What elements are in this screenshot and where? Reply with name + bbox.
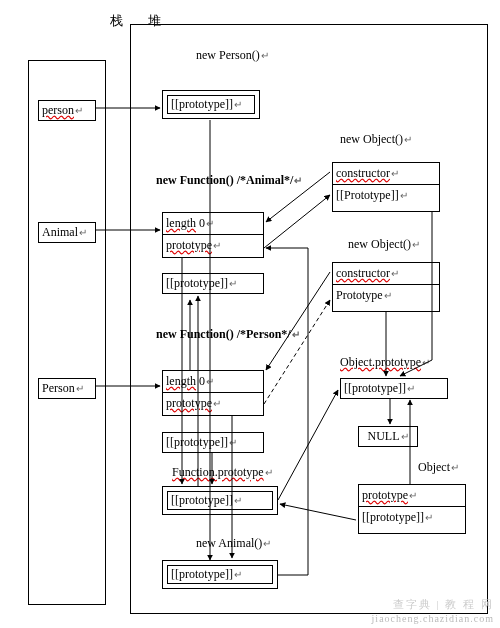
function-prototype-inner: [[prototype]] [167,491,273,510]
person-length: length 0 [163,371,263,393]
animal-func-box: length 0 prototype [162,212,264,258]
new-object-2-heading: new Object() [348,237,420,252]
obj1-constructor: constructor [333,163,439,185]
null-box: NULL [358,426,418,447]
animal-internal-proto: [[prototype]] [162,273,264,294]
function-prototype-box: [[prototype]] [162,486,278,515]
new-animal-heading: new Animal() [196,536,271,551]
new-object-1-heading: new Object() [340,132,412,147]
obj1-proto: [[Prototype]] [333,185,439,206]
animal-prototype-prop: prototype [163,235,263,256]
object-heading: Object [418,460,459,475]
new-object-1-box: constructor [[Prototype]] [332,162,440,212]
animal-length: length 0 [163,213,263,235]
stack-label: 栈 [110,12,123,30]
new-animal-box: [[prototype]] [162,560,278,589]
object-internal-proto: [[prototype]] [359,507,465,528]
person-instance-proto: [[prototype]] [167,95,255,114]
new-func-person-heading: new Function() /*Person*/ [156,327,300,342]
stack-column [28,60,106,605]
new-func-animal-heading: new Function() /*Animal*/ [156,173,302,188]
object-prototype-heading: Object.prototype [340,355,430,370]
watermark-line1: 查字典 | 教 程 网 [393,597,494,612]
stack-var-animal: Animal [38,222,96,243]
obj2-prototype: Prototype [333,285,439,306]
new-object-2-box: constructor Prototype [332,262,440,312]
person-func-box: length 0 prototype [162,370,264,416]
person-internal-proto: [[prototype]] [162,432,264,453]
object-prototype-prop: prototype [359,485,465,507]
person-instance-box: [[prototype]] [162,90,260,119]
watermark-line2: jiaocheng.chazidian.com [372,613,494,624]
obj2-constructor: constructor [333,263,439,285]
object-box: prototype [[prototype]] [358,484,466,534]
object-prototype-box: [[prototype]] [340,378,448,399]
new-person-heading: new Person() [196,48,269,63]
new-animal-inner: [[prototype]] [167,565,273,584]
function-prototype-heading: Function.prototype [172,465,273,480]
stack-var-person: person [38,100,96,121]
person-prototype-prop: prototype [163,393,263,414]
stack-var-person-ctor: Person [38,378,96,399]
